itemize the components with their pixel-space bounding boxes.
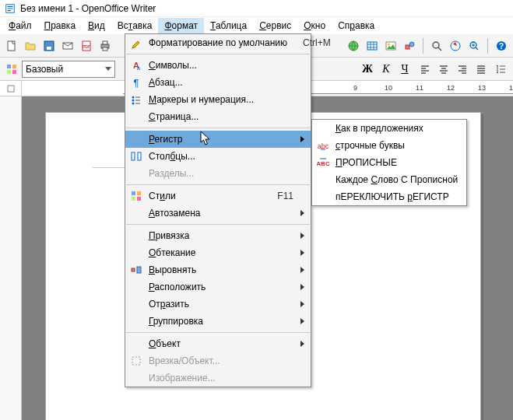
table-icon[interactable] <box>364 37 381 54</box>
italic-button[interactable]: К <box>378 61 395 78</box>
bullets-icon <box>130 93 142 106</box>
underline-button[interactable]: Ч <box>396 61 413 78</box>
svg-rect-38 <box>132 268 135 271</box>
menu-правка[interactable]: Правка <box>38 18 83 33</box>
print-icon[interactable] <box>97 37 114 54</box>
draw-icon[interactable] <box>401 37 418 54</box>
styles-icon[interactable] <box>3 61 20 78</box>
menu-item-label: Изображение... <box>149 373 216 383</box>
navigator-icon[interactable] <box>447 37 464 54</box>
menu-item-страница---[interactable]: Страница... <box>125 108 311 125</box>
svg-rect-1 <box>8 41 15 51</box>
submenu-item-переключить-регистр[interactable]: пЕРЕКЛЮЧИТЬ рЕГИСТР <box>312 188 466 205</box>
svg-text:PDF: PDF <box>83 44 90 49</box>
menu-item-label: Символы... <box>149 60 197 71</box>
new-doc-icon[interactable] <box>3 37 20 54</box>
menu-item-расположить[interactable]: Расположить <box>125 278 311 296</box>
menu-item-label: Врезка/Объект... <box>149 355 220 366</box>
menu-item-label: Регистр <box>149 134 182 145</box>
menu-item-label: Группировка <box>149 316 203 327</box>
app-icon <box>5 3 16 14</box>
titlebar: Без имени 1 - OpenOffice Writer <box>0 0 513 17</box>
menu-item-привязка[interactable]: Привязка <box>125 227 311 244</box>
svg-rect-8 <box>103 41 107 44</box>
align-left-icon[interactable] <box>416 61 434 78</box>
menu-item-абзац---[interactable]: ¶Абзац... <box>125 74 311 91</box>
shortcut-text: F11 <box>262 191 293 201</box>
svg-text:a: a <box>137 65 140 71</box>
menu-сервис[interactable]: Сервис <box>253 18 297 33</box>
symbols-icon: Aa <box>130 59 142 72</box>
align-justify-icon[interactable] <box>473 61 490 78</box>
submenu-item-label: Каждое Слово С Прописной <box>336 174 458 185</box>
menu-файл[interactable]: Файл <box>2 18 38 33</box>
svg-rect-9 <box>103 47 107 51</box>
align-center-icon[interactable] <box>435 61 452 78</box>
submenu-arrow-icon <box>300 250 304 256</box>
menu-вставка[interactable]: Вставка <box>111 18 159 33</box>
svg-rect-11 <box>367 42 377 50</box>
svg-rect-33 <box>138 152 141 160</box>
submenu-arrow-icon <box>300 284 304 290</box>
svg-rect-21 <box>7 65 11 68</box>
submenu-arrow-icon <box>300 301 304 307</box>
open-icon[interactable] <box>22 37 39 54</box>
menu-item-форматирование-по-умолчанию[interactable]: Форматирование по умолчаниюCtrl+M <box>125 34 311 51</box>
submenu-arrow-icon <box>300 233 304 239</box>
svg-point-30 <box>132 100 135 102</box>
menu-item-обтекание[interactable]: Обтекание <box>125 244 311 261</box>
svg-rect-14 <box>406 45 409 49</box>
menu-справка[interactable]: Справка <box>332 18 381 33</box>
line-spacing-icon[interactable] <box>493 61 510 78</box>
menu-item-label: Стили <box>149 191 176 201</box>
save-icon[interactable] <box>40 37 58 54</box>
email-icon[interactable] <box>59 37 76 54</box>
menu-формат[interactable]: Формат <box>158 18 204 33</box>
menu-item-автозамена[interactable]: Автозамена <box>125 205 311 222</box>
menu-item-отразить[interactable]: Отразить <box>125 296 311 313</box>
submenu-item-каждое-слово-с-прописной[interactable]: Каждое Слово С Прописной <box>312 171 466 188</box>
menu-item-label: Разделы... <box>149 168 194 179</box>
vertical-ruler[interactable] <box>0 96 22 420</box>
menu-item-объект[interactable]: Объект <box>125 335 311 352</box>
menu-таблица[interactable]: Таблица <box>204 18 253 33</box>
submenu-item-label: Как в предложениях <box>336 123 423 134</box>
help-icon[interactable]: ? <box>493 37 510 54</box>
svg-rect-23 <box>7 70 11 74</box>
paragraph-style-combo[interactable]: Базовый <box>22 61 115 78</box>
menu-item-столбцы---[interactable]: Столбцы... <box>125 148 311 165</box>
gallery-icon[interactable] <box>382 37 399 54</box>
menu-item-группировка[interactable]: Группировка <box>125 313 311 330</box>
svg-text:¶: ¶ <box>134 77 139 89</box>
align-right-icon[interactable] <box>454 61 471 78</box>
svg-rect-40 <box>132 357 140 365</box>
hyperlink-icon[interactable] <box>345 37 362 54</box>
submenu-arrow-icon <box>300 136 304 142</box>
menu-item-label: Выровнять <box>149 264 196 275</box>
menu-item-регистр[interactable]: Регистр <box>125 131 311 148</box>
menu-item-разделы---: Разделы... <box>125 165 311 182</box>
menu-item-label: Форматирование по умолчанию <box>149 37 287 48</box>
menu-окно[interactable]: Окно <box>297 18 332 33</box>
menu-item-маркеры-и-нумерация---[interactable]: Маркеры и нумерация... <box>125 91 311 108</box>
submenu-item-строчные-буквы[interactable]: abcстрочные буквы <box>312 137 466 154</box>
menu-item-label: Абзац... <box>149 77 183 88</box>
submenu-item-label: ПРОПИСНЫЕ <box>336 157 397 168</box>
menu-item-символы---[interactable]: AaСимволы... <box>125 57 311 74</box>
register-submenu: Как в предложенияхabcстрочные буквыABCПР… <box>311 119 467 206</box>
columns-icon <box>130 150 142 163</box>
submenu-item-прописные[interactable]: ABCПРОПИСНЫЕ <box>312 154 466 171</box>
uppercase-icon: ABC <box>317 156 329 169</box>
menu-item-label: Обтекание <box>149 247 195 258</box>
pdf-icon[interactable]: PDF <box>78 37 95 54</box>
bold-button[interactable]: Ж <box>359 61 376 78</box>
menu-item-выровнять[interactable]: Выровнять <box>125 261 311 278</box>
zoom-icon[interactable] <box>466 37 483 54</box>
menu-item-стили[interactable]: СтилиF11 <box>125 187 311 205</box>
chevron-down-icon <box>105 67 111 71</box>
submenu-item-как-в-предложениях[interactable]: Как в предложениях <box>312 120 466 137</box>
find-icon[interactable] <box>428 37 445 54</box>
menu-вид[interactable]: Вид <box>82 18 111 33</box>
menu-item-label: Отразить <box>149 299 189 310</box>
titlebar-text: Без имени 1 - OpenOffice Writer <box>20 3 156 14</box>
